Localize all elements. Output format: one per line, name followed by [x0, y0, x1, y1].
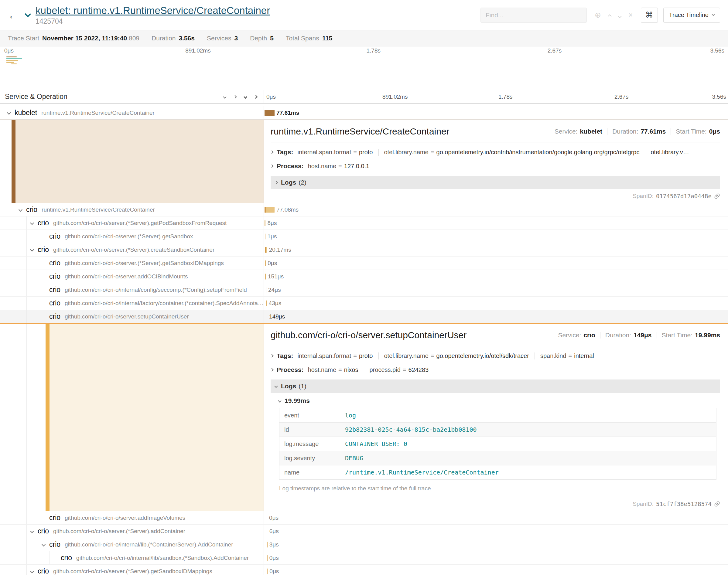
- tick-label: 3.56s: [712, 94, 726, 100]
- span-row-selected[interactable]: crio github.com/cri-o/cri-o/server.setup…: [0, 310, 728, 323]
- deep-link-icon[interactable]: [714, 193, 720, 199]
- collapse-one-level-icon[interactable]: [224, 96, 226, 98]
- span-bar[interactable]: [267, 542, 268, 547]
- duration-stat: Duration3.56s: [152, 35, 195, 42]
- trace-title-block: kubelet: runtime.v1.RuntimeService/Creat…: [36, 5, 270, 26]
- timeline-ruler: 0μs 891.02ms 1.78s 2.67s 3.56s: [264, 90, 728, 103]
- span-row[interactable]: crio github.com/cri-o/cri-o/internal/con…: [0, 283, 728, 297]
- span-row[interactable]: crio github.com/cri-o/cri-o/internal/lib…: [0, 538, 728, 551]
- span-id-value: 0174567d17a0448e: [656, 193, 712, 199]
- total-spans-stat: Total Spans115: [286, 35, 333, 42]
- span-row[interactable]: crio github.com/cri-o/cri-o/server.(*Ser…: [0, 230, 728, 243]
- span-duration: 43μs: [269, 300, 282, 307]
- span-service: kubelet: [14, 109, 37, 117]
- tick-label: 1.78s: [367, 47, 380, 54]
- next-result-icon[interactable]: [618, 11, 621, 20]
- span-service: crio: [38, 567, 49, 575]
- minimap-span-bar: [11, 63, 17, 64]
- deep-link-icon[interactable]: [714, 501, 720, 507]
- span-row[interactable]: crio github.com/cri-o/cri-o/server.(*Ser…: [0, 525, 728, 538]
- span-bar[interactable]: [267, 314, 267, 319]
- span-operation: github.com/cri-o/cri-o/internal/config/s…: [65, 286, 247, 293]
- prev-result-icon[interactable]: [608, 11, 611, 20]
- chevron-down-icon[interactable]: [27, 530, 37, 533]
- collapse-header-icon[interactable]: [26, 14, 30, 16]
- span-bar[interactable]: [267, 528, 267, 534]
- span-row[interactable]: crio github.com/cri-o/cri-o/server.(*Ser…: [0, 243, 728, 257]
- span-bar[interactable]: [267, 568, 268, 574]
- span-row[interactable]: crio github.com/cri-o/cri-o/server.(*Ser…: [0, 565, 728, 575]
- tick-label: 0μs: [4, 47, 14, 54]
- span-bar[interactable]: [267, 555, 268, 561]
- tags-row[interactable]: Tags: internal.span.format=proto otel.li…: [271, 147, 720, 157]
- log-field-row: event log: [279, 408, 717, 422]
- span-duration: 149μs: [269, 313, 285, 320]
- span-bar[interactable]: [266, 300, 267, 306]
- span-row[interactable]: crio github.com/cri-o/cri-o/server.addOC…: [0, 270, 728, 283]
- span-bar[interactable]: [266, 287, 266, 293]
- span-service: crio: [49, 540, 60, 549]
- span-row[interactable]: crio github.com/cri-o/cri-o/server.addIm…: [0, 511, 728, 525]
- span-bar[interactable]: [265, 260, 266, 266]
- span-row[interactable]: crio github.com/cri-o/cri-o/server.(*Ser…: [0, 257, 728, 270]
- expand-all-icon[interactable]: [255, 95, 257, 98]
- chevron-down-icon[interactable]: [27, 248, 37, 251]
- span-bar[interactable]: [265, 220, 265, 226]
- span-service: crio: [38, 527, 49, 535]
- minimap-canvas[interactable]: [2, 55, 726, 83]
- span-bar[interactable]: [267, 515, 267, 521]
- span-bar[interactable]: [265, 274, 266, 279]
- span-detail-panel: runtime.v1.RuntimeService/CreateContaine…: [264, 120, 728, 203]
- span-row[interactable]: crio github.com/cri-o/cri-o/internal/lib…: [0, 551, 728, 565]
- collapse-all-icon[interactable]: [244, 95, 246, 98]
- find-input[interactable]: [481, 8, 587, 23]
- keyboard-shortcuts-button[interactable]: ⌘: [641, 8, 658, 23]
- tags-row[interactable]: Tags: internal.span.format=proto otel.li…: [271, 351, 720, 361]
- services-stat: Services3: [207, 35, 238, 42]
- span-operation: github.com/cri-o/cri-o/internal/factory/…: [65, 300, 264, 307]
- span-duration: 0μs: [269, 555, 279, 561]
- span-row[interactable]: crio github.com/cri-o/cri-o/internal/fac…: [0, 297, 728, 310]
- logs-row[interactable]: Logs (2): [271, 176, 720, 189]
- process-row[interactable]: Process: host.name=127.0.0.1: [271, 161, 720, 171]
- logs-row[interactable]: Logs (1): [271, 379, 720, 393]
- chevron-down-icon: [278, 399, 281, 402]
- timeline-minimap: 0μs 891.02ms 1.78s 2.67s 3.56s: [2, 46, 726, 83]
- chevron-down-icon[interactable]: [4, 111, 14, 114]
- locate-span-icon[interactable]: ⊕: [595, 11, 601, 20]
- span-bar[interactable]: [265, 247, 268, 252]
- detail-title: github.com/cri-o/cri-o/server.setupConta…: [271, 330, 466, 340]
- tick-label: 2.67s: [615, 94, 628, 100]
- view-selector-button[interactable]: Trace Timeline: [663, 8, 720, 23]
- process-row[interactable]: Process: host.name=nixos process.pid=624…: [271, 365, 720, 375]
- chevron-down-icon[interactable]: [27, 570, 37, 573]
- span-row[interactable]: crio runtime.v1.RuntimeService/CreateCon…: [0, 203, 728, 216]
- span-bar[interactable]: [265, 207, 274, 212]
- span-service: crio: [38, 219, 49, 227]
- span-duration: 6μs: [269, 528, 279, 535]
- span-operation: github.com/cri-o/cri-o/server.(*Server).…: [53, 246, 214, 253]
- trace-start-stat: Trace StartNovember 15 2022, 11:19:40.80…: [8, 35, 139, 42]
- minimap-tick-labels: 0μs 891.02ms 1.78s 2.67s 3.56s: [2, 46, 726, 55]
- span-service: crio: [49, 312, 60, 320]
- chevron-down-icon[interactable]: [38, 543, 48, 546]
- span-bar[interactable]: [265, 110, 274, 116]
- back-button[interactable]: ←: [8, 9, 19, 22]
- span-row[interactable]: crio github.com/cri-o/cri-o/server.(*Ser…: [0, 216, 728, 230]
- trace-title-link[interactable]: kubelet: runtime.v1.RuntimeService/Creat…: [36, 5, 270, 16]
- span-duration: 0μs: [269, 515, 278, 521]
- span-bar[interactable]: [265, 233, 265, 239]
- expand-one-level-icon[interactable]: [234, 96, 236, 98]
- minimap-span-bar: [6, 58, 22, 59]
- span-detail-row: github.com/cri-o/cri-o/server.setupConta…: [0, 323, 728, 511]
- log-entry-header[interactable]: 19.99ms: [278, 397, 718, 404]
- chevron-down-icon[interactable]: [15, 208, 26, 211]
- span-operation: runtime.v1.RuntimeService/CreateContaine…: [41, 110, 155, 116]
- span-row[interactable]: kubelet runtime.v1.RuntimeService/Create…: [0, 106, 728, 120]
- service-accent-strip: [45, 324, 49, 511]
- span-service: crio: [38, 246, 49, 254]
- clear-search-icon[interactable]: ×: [628, 11, 633, 20]
- span-detail-row: runtime.v1.RuntimeService/CreateContaine…: [0, 120, 728, 203]
- chevron-down-icon[interactable]: [27, 222, 37, 224]
- span-operation: github.com/cri-o/cri-o/server.(*Server).…: [53, 528, 185, 535]
